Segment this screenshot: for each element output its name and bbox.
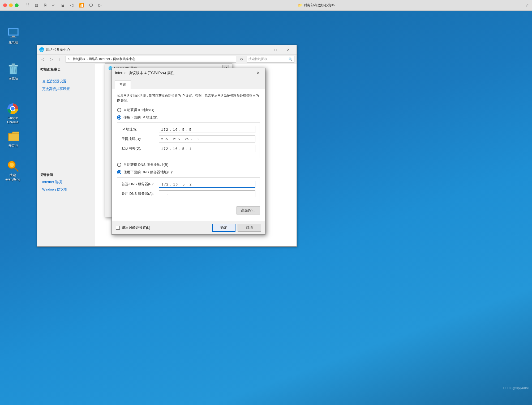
grid-icon[interactable]: ▦ xyxy=(35,3,38,8)
install-pkg-label: 安装包 xyxy=(8,144,18,148)
search-bar[interactable]: 搜索控制面板 🔍 xyxy=(247,56,294,63)
breadcrumb-network-internet: 网络和 Internet xyxy=(89,57,110,61)
advanced-button[interactable]: 高级(V)... xyxy=(237,206,260,214)
subnet-input[interactable] xyxy=(159,136,255,142)
address-bar[interactable]: 🗂 控制面板 › 网络和 Internet › 网络和共享中心 xyxy=(66,56,236,63)
explorer-maximize-btn[interactable]: □ xyxy=(269,46,282,54)
breadcrumb-sep2: › xyxy=(111,57,112,61)
sidebar-toggle-icon[interactable]: ⠿ xyxy=(26,3,29,8)
svg-point-14 xyxy=(10,163,14,167)
gateway-row: 默认网关(D): xyxy=(122,145,255,152)
explorer-titlebar: 🌐 网络和共享中心 ─ □ ✕ xyxy=(37,45,297,54)
mac-toolbar-icons: ⠿ ▦ ⎘ ✓ 🖥 ◁ 📶 ⬡ ▷ xyxy=(26,3,101,8)
alternate-dns-input[interactable] xyxy=(159,190,255,197)
svg-line-15 xyxy=(14,167,18,171)
tab-bar: 常规 xyxy=(112,78,265,89)
check-icon[interactable]: ✓ xyxy=(52,3,55,8)
sidebar-item-firewall[interactable]: Windows 防火墙 xyxy=(40,186,92,193)
traffic-light-red[interactable] xyxy=(3,3,7,7)
tcpip-close-btn[interactable]: ✕ xyxy=(254,70,262,77)
this-pc-icon xyxy=(7,27,20,39)
recycle-bin-icon xyxy=(7,62,20,75)
mac-toolbar: ⠿ ▦ ⎘ ✓ 🖥 ◁ 📶 ⬡ ▷ 📁 财务部存放核心资料 ⤢ xyxy=(0,0,532,11)
tab-general[interactable]: 常规 xyxy=(115,81,131,89)
explorer-minimize-btn[interactable]: ─ xyxy=(257,46,269,54)
ok-button[interactable]: 确定 xyxy=(212,224,235,232)
desktop: 此电脑 回收站 GoogleChrome xyxy=(0,11,532,405)
ip-address-input[interactable] xyxy=(159,126,255,133)
sidebar-item-adapter[interactable]: 更改适配器设置 xyxy=(40,78,92,85)
radio-auto-dns-circle xyxy=(117,163,121,167)
copy-icon[interactable]: ⎘ xyxy=(44,3,46,8)
up-button[interactable]: ↑ xyxy=(56,56,63,63)
dns-section: 首选 DNS 服务器(P): 备用 DNS 服务器(A): xyxy=(117,177,260,203)
explorer-window-controls: ─ □ ✕ xyxy=(257,46,294,54)
radio-auto-ip-option[interactable]: 自动获得 IP 地址(O) xyxy=(117,108,260,112)
checkbox-row: 退出时验证设置(L) xyxy=(116,225,150,230)
search-icon: 🔍 xyxy=(289,57,293,61)
explorer-toolbar: ◁ ▷ ↑ 🗂 控制面板 › 网络和 Internet › 网络和共享中心 ⟳ … xyxy=(37,54,297,64)
cancel-button[interactable]: 取消 xyxy=(238,224,261,232)
tcpip-title-text: Internet 协议版本 4 (TCP/IPv4) 属性 xyxy=(115,71,174,75)
desktop-icon-chrome[interactable]: GoogleChrome xyxy=(2,102,23,124)
radio-manual-dns-option[interactable]: 使用下面的 DNS 服务器地址(E): xyxy=(117,170,260,175)
description-text: 如果网络支持此功能，则可以获取自动指派的 IP 设置。否则，你需要从网络系统管理… xyxy=(117,93,260,103)
radio-auto-ip-circle xyxy=(117,108,121,112)
network-icon[interactable]: 📶 xyxy=(79,3,84,8)
radio-manual-ip-circle xyxy=(117,115,121,120)
refresh-button[interactable]: ⟳ xyxy=(238,56,246,63)
forward-button[interactable]: ▷ xyxy=(48,56,55,63)
tcpip-dialog: Internet 协议版本 4 (TCP/IPv4) 属性 ✕ 常规 如果网络支… xyxy=(111,68,265,235)
breadcrumb-controlpanel: 控制面板 xyxy=(73,57,85,61)
svg-rect-6 xyxy=(12,64,15,65)
desktop-icon-search[interactable]: 搜索everything xyxy=(2,159,23,182)
sidebar-see-also-label: 另请参阅 xyxy=(40,173,92,177)
ip-address-row: IP 地址(I): xyxy=(122,126,255,133)
traffic-light-yellow[interactable] xyxy=(9,3,13,7)
install-pkg-icon xyxy=(7,130,20,142)
chrome-label: GoogleChrome xyxy=(7,116,19,124)
gateway-input[interactable] xyxy=(159,145,255,152)
search-everything-label: 搜索everything xyxy=(5,173,20,182)
desktop-icon-this-pc[interactable]: 此电脑 xyxy=(3,27,24,45)
subnet-row: 子网掩码(U): xyxy=(122,136,255,142)
sidebar-item-advanced[interactable]: 更改高级共享设置 xyxy=(40,85,92,93)
back-button[interactable]: ◁ xyxy=(39,56,46,63)
computer-icon[interactable]: 🖥 xyxy=(61,3,65,8)
watermark: CSDN @坦笑&&life xyxy=(503,386,529,390)
breadcrumb-sep1: › xyxy=(87,57,88,61)
share-icon[interactable]: ⬡ xyxy=(89,3,93,8)
dialog-footer: 退出时验证设置(L) 确定 取消 xyxy=(112,221,265,234)
svg-rect-1 xyxy=(9,29,18,35)
explorer-close-btn[interactable]: ✕ xyxy=(282,46,294,54)
svg-point-12 xyxy=(11,107,15,111)
ip-section: IP 地址(I): 子网掩码(U): 默认网关(D): xyxy=(117,123,260,158)
explorer-sidebar: 控制面板主页 更改适配器设置 更改高级共享设置 另请参阅 Internet 选项… xyxy=(37,64,95,246)
gateway-label: 默认网关(D): xyxy=(122,146,159,151)
breadcrumb: 🗂 控制面板 › 网络和 Internet › 网络和共享中心 xyxy=(67,57,135,61)
explorer-net-icon: 🌐 xyxy=(39,47,44,52)
radio-auto-ip-label: 自动获得 IP 地址(O) xyxy=(123,108,154,112)
tcpip-titlebar: Internet 协议版本 4 (TCP/IPv4) 属性 ✕ xyxy=(112,68,265,78)
svg-rect-3 xyxy=(10,37,16,37)
sidebar-home-title: 控制面板主页 xyxy=(40,67,92,72)
alternate-dns-row: 备用 DNS 服务器(A): xyxy=(122,190,255,197)
explorer-title-text: 网络和共享中心 xyxy=(46,47,70,52)
sidebar-divider-1 xyxy=(40,75,92,75)
desktop-icon-recycle[interactable]: 回收站 xyxy=(3,62,24,81)
expand-icon[interactable]: ⤢ xyxy=(525,3,529,8)
desktop-icon-install[interactable]: 安装包 xyxy=(3,130,24,148)
back-icon[interactable]: ◁ xyxy=(70,3,73,8)
preferred-dns-label: 首选 DNS 服务器(P): xyxy=(122,182,159,187)
radio-manual-ip-option[interactable]: 使用下面的 IP 地址(S): xyxy=(117,115,260,120)
forward-nav-icon[interactable]: ▷ xyxy=(98,3,101,8)
recycle-bin-label: 回收站 xyxy=(8,76,18,81)
explorer-title-left: 🌐 网络和共享中心 xyxy=(39,47,70,52)
search-placeholder: 搜索控制面板 xyxy=(248,57,268,61)
preferred-dns-input[interactable] xyxy=(159,181,255,188)
radio-auto-dns-option[interactable]: 自动获得 DNS 服务器地址(B) xyxy=(117,162,260,167)
sidebar-item-internet-options[interactable]: Internet 选项 xyxy=(40,178,92,186)
traffic-light-green[interactable] xyxy=(15,3,19,7)
tcpip-body: 如果网络支持此功能，则可以获取自动指派的 IP 设置。否则，你需要从网络系统管理… xyxy=(112,89,265,221)
validate-checkbox[interactable] xyxy=(116,226,120,230)
